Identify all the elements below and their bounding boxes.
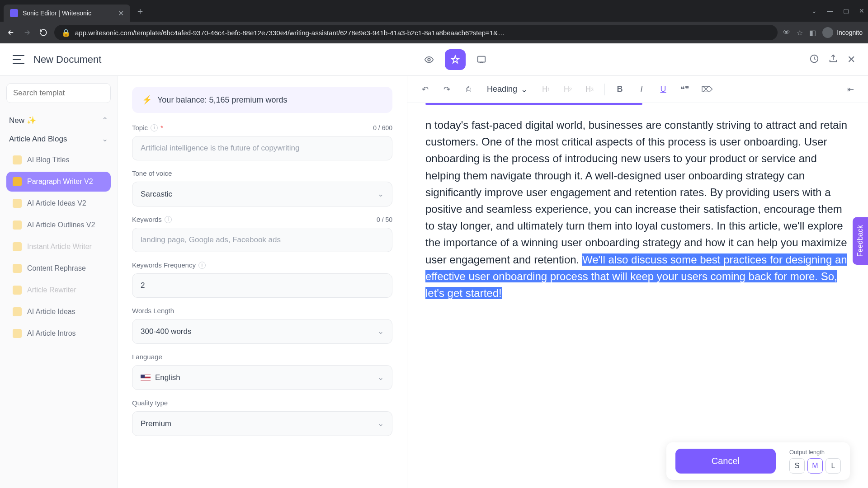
field-language: Language English⌄ <box>132 353 392 390</box>
chevron-down-icon: ⌄ <box>377 327 384 336</box>
select-value: English <box>155 373 180 382</box>
h3-button[interactable]: H3 <box>583 83 596 96</box>
sidebar-item-label: AI Article Outlines V2 <box>27 221 95 229</box>
sidebar-item-ai-article-outlines-v2[interactable]: AI Article Outlines V2 <box>6 215 111 235</box>
template-icon <box>13 177 22 186</box>
chevron-down-icon: ⌄ <box>521 84 528 94</box>
sidebar-item-ai-article-ideas-v2[interactable]: AI Article Ideas V2 <box>6 193 111 213</box>
output-length-group: Output length S M L <box>789 449 841 474</box>
h1-button[interactable]: H1 <box>539 83 553 96</box>
undo-button[interactable]: ↶ <box>418 83 432 96</box>
field-keywords: Keywordsi0 / 50 <box>132 216 392 252</box>
eye-off-icon[interactable]: 👁 <box>783 28 790 37</box>
url-text: app.writesonic.com/template/6bc4afed-937… <box>75 29 770 37</box>
main-layout: New ✨ ⌃ Article And Blogs ⌄ AI Blog Titl… <box>0 76 868 488</box>
feedback-tab[interactable]: Feedback <box>853 217 868 265</box>
info-icon[interactable]: i <box>198 262 206 269</box>
new-tab-button[interactable]: ＋ <box>136 5 145 17</box>
browser-tab[interactable]: Sonic Editor | Writesonic ✕ <box>4 5 130 22</box>
paragraph[interactable]: n today's fast-paced digital world, busi… <box>425 117 850 301</box>
field-quality: Quality type Premium⌄ <box>132 399 392 436</box>
chat-button[interactable] <box>471 49 492 70</box>
search-input[interactable] <box>6 83 111 103</box>
field-tone: Tone of voice Sarcastic⌄ <box>132 169 392 206</box>
incognito-label: Incognito <box>837 29 863 36</box>
sidebar-item-ai-article-intros[interactable]: AI Article Intros <box>6 324 111 343</box>
bookmark-star-icon[interactable]: ☆ <box>797 28 803 37</box>
sidebar-section-articles[interactable]: Article And Blogs ⌄ <box>6 130 111 148</box>
export-icon[interactable] <box>828 54 838 66</box>
print-button[interactable]: ⎙ <box>462 83 475 96</box>
back-button[interactable] <box>5 27 16 38</box>
browser-tab-strip: Sonic Editor | Writesonic ✕ ＋ ⌄ ― ▢ ✕ <box>0 0 868 22</box>
output-length-label: Output length <box>789 449 841 455</box>
italic-button[interactable]: I <box>635 83 648 96</box>
section-label: Article And Blogs <box>9 135 67 144</box>
sidebar-item-paragraph-writer[interactable]: Paragraph Writer V2 <box>6 172 111 192</box>
balance-text: Your balance: 5,165 premium words <box>157 95 288 105</box>
info-icon[interactable]: i <box>165 216 172 223</box>
language-select[interactable]: English⌄ <box>132 365 392 390</box>
sidebar-section-new[interactable]: New ✨ ⌃ <box>6 111 111 130</box>
preview-button[interactable] <box>419 49 439 70</box>
template-icon <box>13 307 22 316</box>
svg-rect-1 <box>478 56 486 62</box>
tabs-dropdown-icon[interactable]: ⌄ <box>811 7 817 14</box>
tone-select[interactable]: Sarcastic⌄ <box>132 182 392 206</box>
output-length-s[interactable]: S <box>789 458 805 474</box>
close-app-icon[interactable]: ✕ <box>847 54 855 66</box>
field-words-length: Words Length 300-400 words⌄ <box>132 307 392 344</box>
section-label: New ✨ <box>9 116 36 125</box>
sidebar-item-label: AI Article Ideas <box>27 308 75 316</box>
output-length-m[interactable]: M <box>807 458 823 474</box>
clear-format-button[interactable]: ⌦ <box>700 83 713 96</box>
sidebar-item-label: Article Rewriter <box>27 286 76 294</box>
forward-button[interactable] <box>22 27 33 38</box>
sidebar-item-ai-blog-titles[interactable]: AI Blog Titles <box>6 150 111 170</box>
output-length-l[interactable]: L <box>826 458 841 474</box>
menu-toggle[interactable] <box>13 55 24 64</box>
chevron-up-icon: ⌃ <box>102 116 108 125</box>
svg-point-0 <box>428 58 430 61</box>
collapse-panel-button[interactable]: ⇤ <box>844 83 857 96</box>
incognito-badge: Incognito <box>822 27 863 38</box>
field-label-text: Tone of voice <box>132 169 172 177</box>
document-title[interactable]: New Document <box>33 54 101 66</box>
keywords-frequency-input[interactable] <box>132 273 392 298</box>
editor-content[interactable]: n today's fast-paced digital world, busi… <box>407 103 868 488</box>
quality-select[interactable]: Premium⌄ <box>132 411 392 436</box>
quote-button[interactable]: ❝❞ <box>678 83 692 96</box>
minimize-window-icon[interactable]: ― <box>827 7 833 14</box>
field-label-text: Quality type <box>132 399 168 407</box>
cancel-button[interactable]: Cancel <box>675 449 776 474</box>
underline-button[interactable]: U <box>656 83 670 96</box>
extensions-icon[interactable]: ◧ <box>809 28 816 37</box>
redo-button[interactable]: ↷ <box>440 83 453 96</box>
active-tab-indicator <box>425 103 642 105</box>
field-label-text: Topic <box>132 124 148 131</box>
maximize-window-icon[interactable]: ▢ <box>843 7 849 14</box>
topic-input[interactable] <box>132 136 392 160</box>
field-label-text: Language <box>132 353 162 361</box>
bold-button[interactable]: B <box>613 83 627 96</box>
template-icon <box>13 199 22 208</box>
info-icon[interactable]: i <box>151 124 158 131</box>
history-icon[interactable] <box>809 54 819 66</box>
close-tab-icon[interactable]: ✕ <box>118 9 124 18</box>
chevron-down-icon: ⌄ <box>377 373 384 382</box>
address-bar[interactable]: 🔒 app.writesonic.com/template/6bc4afed-9… <box>54 25 778 40</box>
reload-button[interactable] <box>38 27 49 38</box>
chevron-down-icon: ⌄ <box>377 419 384 428</box>
sidebar-item-content-rephrase[interactable]: Content Rephrase <box>6 258 111 278</box>
sidebar-item-article-rewriter[interactable]: Article Rewriter <box>6 280 111 300</box>
favicon <box>10 9 18 17</box>
sidebar-item-ai-article-ideas[interactable]: AI Article Ideas <box>6 302 111 322</box>
heading-select[interactable]: Heading⌄ <box>483 84 531 94</box>
browser-nav-bar: 🔒 app.writesonic.com/template/6bc4afed-9… <box>0 22 868 43</box>
sidebar-item-instant-article-writer[interactable]: Instant Article Writer <box>6 237 111 257</box>
generate-button[interactable] <box>445 49 466 70</box>
h2-button[interactable]: H2 <box>561 83 575 96</box>
words-length-select[interactable]: 300-400 words⌄ <box>132 319 392 344</box>
keywords-input[interactable] <box>132 228 392 252</box>
close-window-icon[interactable]: ✕ <box>859 7 864 14</box>
